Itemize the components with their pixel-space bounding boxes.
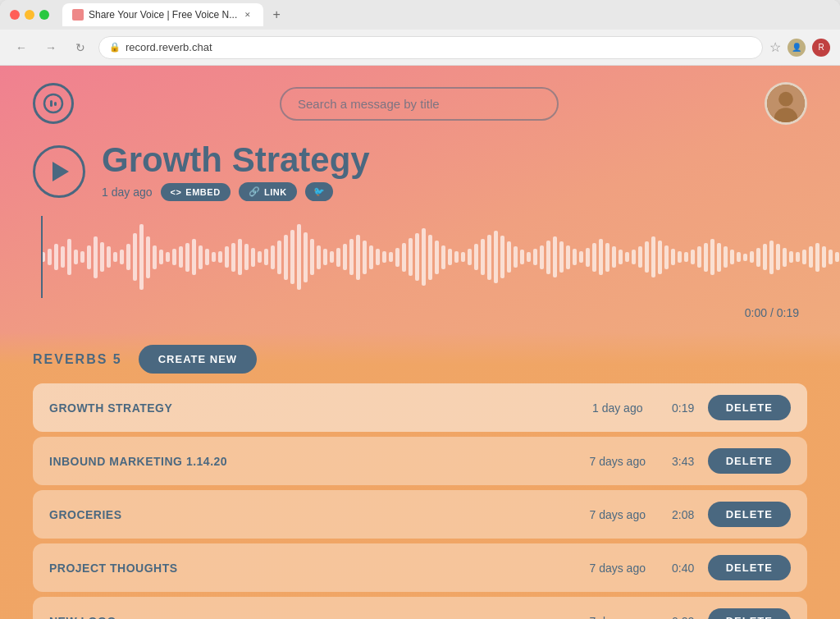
link-button[interactable]: 🔗 LINK — [239, 182, 297, 201]
recording-duration: 3:43 — [659, 455, 708, 468]
waveform-bar — [310, 239, 314, 275]
minimize-button[interactable] — [25, 10, 34, 20]
waveform-bar — [750, 251, 754, 264]
waveform-bar — [402, 243, 406, 272]
waveform-bar — [835, 252, 839, 262]
active-tab[interactable]: Share Your Voice | Free Voice N... ✕ — [62, 3, 263, 26]
waveform-container[interactable] — [33, 216, 807, 298]
recording-row[interactable]: NEW LOGO 7 days ago 0:22 DELETE — [33, 597, 807, 619]
waveform-bar — [487, 235, 491, 280]
fullscreen-button[interactable] — [39, 10, 49, 20]
address-bar[interactable]: 🔒 record.reverb.chat — [98, 36, 763, 59]
waveform-bar — [409, 238, 413, 277]
waveform-bar — [527, 252, 531, 262]
waveform-bar — [133, 233, 137, 281]
refresh-button[interactable]: ↻ — [69, 36, 92, 59]
track-title: Growth Strategy — [102, 141, 370, 179]
waveform-bar — [743, 254, 747, 261]
waveform-bar — [651, 236, 655, 277]
tab-title: Share Your Voice | Free Voice N... — [89, 9, 237, 21]
close-button[interactable] — [10, 10, 20, 20]
waveform-bar — [264, 249, 268, 265]
delete-button[interactable]: DELETE — [708, 448, 791, 474]
waveform-bar — [441, 245, 445, 269]
waveform-bar — [573, 249, 577, 265]
url-display: record.reverb.chat — [126, 41, 212, 53]
track-meta: 1 day ago <> EMBED 🔗 LINK 🐦 — [102, 182, 370, 201]
waveform-bar — [139, 224, 144, 290]
waveform-bar — [514, 246, 518, 268]
waveform-bar — [80, 251, 84, 264]
twitter-button[interactable]: 🐦 — [305, 182, 334, 201]
recording-date: 1 day ago — [577, 401, 659, 415]
recording-name: NEW LOGO — [49, 615, 577, 619]
waveform-bar — [494, 231, 498, 283]
create-new-button[interactable]: CREATE NEW — [139, 345, 257, 374]
recording-row[interactable]: INBOUND MARKETING 1.14.20 7 days ago 3:4… — [33, 437, 807, 485]
waveform-bar — [540, 245, 544, 269]
extension-icon[interactable]: R — [812, 39, 830, 57]
waveform-bar — [212, 252, 216, 262]
profile-nav-icon[interactable]: 👤 — [788, 39, 806, 57]
time-display: 0:00 / 0:19 — [33, 306, 807, 319]
delete-button[interactable]: DELETE — [708, 608, 791, 619]
waveform-bar — [802, 250, 806, 264]
delete-button[interactable]: DELETE — [708, 502, 791, 527]
waveform-bar — [783, 248, 787, 267]
app-logo — [33, 83, 74, 124]
waveform-bar — [448, 249, 452, 265]
waveform-bar — [776, 244, 780, 270]
bookmark-icon[interactable]: ☆ — [769, 39, 781, 55]
embed-icon: <> — [171, 187, 182, 197]
back-button[interactable]: ← — [10, 36, 33, 59]
user-avatar — [765, 82, 807, 125]
delete-button[interactable]: DELETE — [708, 555, 791, 580]
waveform-bar — [100, 242, 104, 272]
waveform-bar — [619, 250, 623, 264]
search-container — [280, 87, 559, 121]
waveform-bar — [559, 241, 564, 273]
waveform-bar — [185, 243, 189, 272]
waveform-bar — [297, 224, 301, 290]
recording-date: 7 days ago — [577, 455, 659, 468]
waveform-bar — [369, 245, 373, 269]
waveform-bar — [251, 248, 255, 267]
waveform-bar — [238, 239, 242, 275]
waveform-bar — [566, 245, 570, 269]
search-input[interactable] — [280, 87, 559, 121]
recording-row[interactable]: GROWTH STRATEGY 1 day ago 0:19 DELETE — [33, 383, 807, 432]
waveform-bar — [717, 243, 721, 272]
waveform-bar — [395, 248, 399, 267]
tab-close-button[interactable]: ✕ — [242, 9, 253, 21]
list-section: REVERBS 5 CREATE NEW GROWTH STRATEGY 1 d… — [0, 332, 840, 619]
recording-row[interactable]: GROCERIES 7 days ago 2:08 DELETE — [33, 490, 807, 539]
recording-name: INBOUND MARKETING 1.14.20 — [49, 455, 577, 468]
link-label: LINK — [264, 187, 287, 197]
waveform-bar — [671, 249, 675, 265]
delete-button[interactable]: DELETE — [708, 395, 791, 420]
waveform-bar — [205, 249, 209, 265]
waveform-bar — [113, 252, 117, 262]
recording-row[interactable]: PROJECT THOUGHTS 7 days ago 0:40 DELETE — [33, 543, 807, 592]
waveform-bar — [277, 241, 281, 274]
play-button[interactable] — [33, 145, 85, 198]
waveform-bar — [192, 239, 196, 275]
waveform-bar — [330, 251, 334, 264]
waveform-bar — [500, 236, 504, 278]
recording-duration: 0:22 — [659, 615, 708, 619]
waveform-bar — [271, 245, 275, 269]
waveform-bar — [704, 243, 708, 272]
waveform-bar — [336, 248, 340, 267]
waveform-bar — [258, 251, 262, 264]
forward-button[interactable]: → — [39, 36, 62, 59]
waveform-bar — [244, 244, 249, 270]
twitter-icon: 🐦 — [313, 186, 326, 197]
embed-button[interactable]: <> EMBED — [161, 183, 231, 201]
waveform-bar — [461, 252, 465, 262]
waveform-bar — [428, 235, 432, 280]
waveform-bar — [290, 230, 294, 283]
waveform-bar — [94, 236, 98, 278]
waveform-bar — [120, 250, 124, 264]
waveform-bar — [553, 236, 557, 277]
new-tab-button[interactable]: + — [267, 5, 286, 25]
